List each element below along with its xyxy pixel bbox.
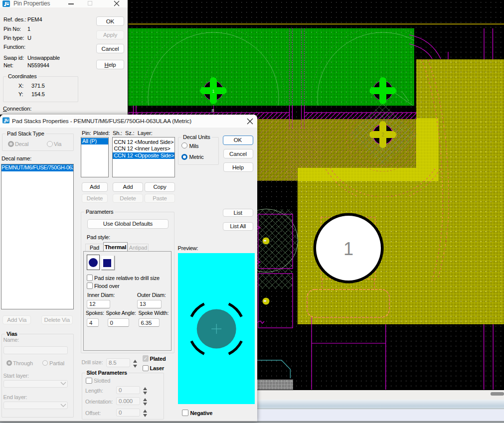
svg-text:8: 8 <box>212 108 214 113</box>
svg-text:2: 2 <box>381 132 384 138</box>
svg-text:1: 1 <box>212 89 215 94</box>
svg-text:1: 1 <box>343 239 353 259</box>
